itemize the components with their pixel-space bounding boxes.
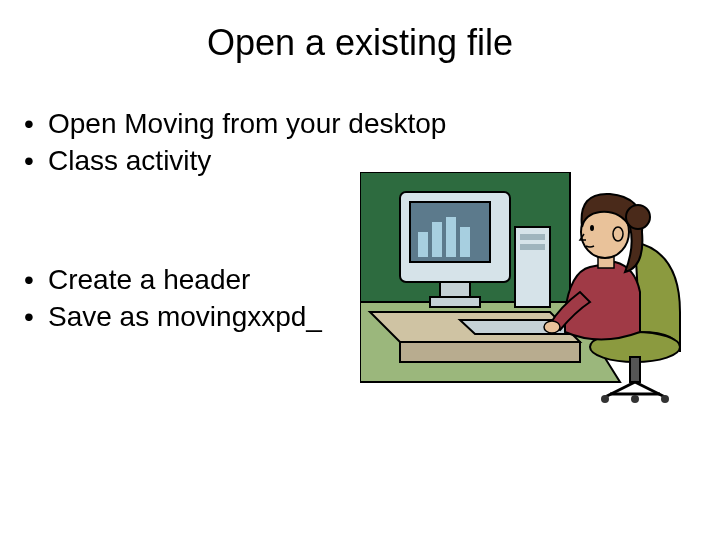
bullet-item: Create a header (24, 262, 322, 297)
svg-point-22 (631, 395, 639, 403)
svg-rect-7 (432, 222, 442, 257)
svg-point-29 (590, 225, 594, 231)
bullet-list-bottom: Create a header Save as movingxxpd_ (24, 260, 322, 336)
svg-rect-9 (460, 227, 470, 257)
person-at-computer-icon (360, 172, 700, 412)
svg-point-23 (661, 395, 669, 403)
svg-rect-14 (520, 244, 545, 250)
svg-rect-3 (400, 342, 580, 362)
svg-rect-13 (520, 234, 545, 240)
svg-point-21 (601, 395, 609, 403)
svg-rect-10 (440, 282, 470, 297)
slide-title: Open a existing file (0, 22, 720, 64)
svg-rect-6 (418, 232, 428, 257)
bullet-list-top: Open Moving from your desktop Class acti… (24, 104, 446, 180)
svg-rect-17 (630, 357, 640, 382)
slide: Open a existing file Open Moving from yo… (0, 0, 720, 540)
svg-rect-8 (446, 217, 456, 257)
bullet-item: Save as movingxxpd_ (24, 299, 322, 334)
svg-point-28 (613, 227, 623, 241)
svg-point-24 (544, 321, 560, 333)
bullet-item: Open Moving from your desktop (24, 106, 446, 141)
svg-rect-11 (430, 297, 480, 307)
svg-point-27 (626, 205, 650, 229)
